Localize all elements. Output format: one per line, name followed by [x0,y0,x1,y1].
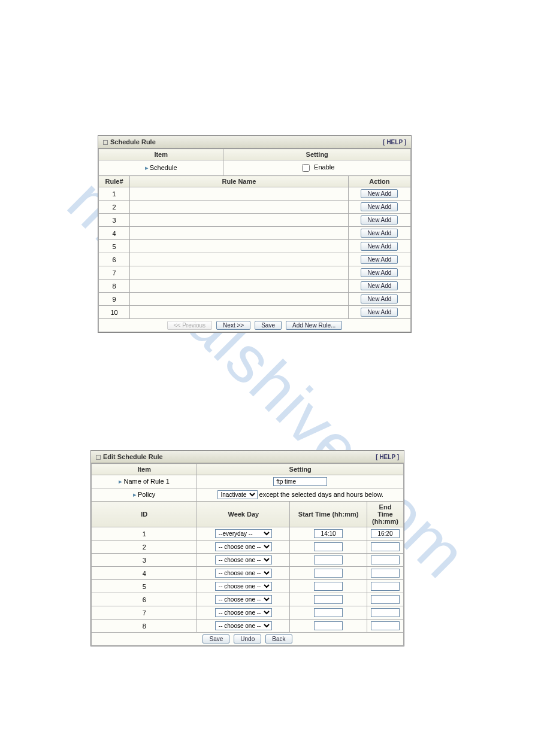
end-time-input[interactable] [371,621,400,630]
start-time-input[interactable] [314,542,343,551]
next-button[interactable]: Next >> [216,321,250,330]
schedule-enable-row: ▸Schedule Enable [99,160,411,176]
end-time-input[interactable] [371,555,400,564]
start-cell [290,580,367,593]
rule-num: 5 [99,240,130,253]
start-cell [290,606,367,620]
arrow-icon: ▸ [145,164,149,171]
rule-name-cell [130,266,349,280]
back-button[interactable]: Back [265,634,292,643]
id-cell: 8 [92,620,197,633]
id-cell: 6 [92,593,197,606]
policy-select[interactable]: InactivateActivate [217,490,258,499]
start-cell [290,541,367,554]
new-add-button[interactable]: New Add [361,255,398,264]
table-row: 8-- choose one ----everyday --SundayMond… [92,620,404,633]
rule-num: 9 [99,293,130,306]
start-time-input[interactable] [314,608,343,617]
save-button[interactable]: Save [255,321,282,330]
table-row: 4New Add [99,227,411,240]
action-cell: New Add [348,240,410,253]
enable-cell: Enable [223,160,411,176]
table-row: 1-- choose one ----everyday --SundayMond… [92,527,404,541]
weekday-select[interactable]: -- choose one ----everyday --SundayMonda… [215,595,272,604]
new-add-button[interactable]: New Add [361,242,398,251]
table-row: 6New Add [99,253,411,266]
new-add-button[interactable]: New Add [361,215,398,224]
help-link[interactable]: [ HELP ] [376,454,399,460]
new-add-button[interactable]: New Add [361,202,398,211]
weekday-select[interactable]: -- choose one ----everyday --SundayMonda… [215,621,272,630]
end-time-input[interactable] [371,595,400,604]
start-time-input[interactable] [314,555,343,564]
id-cell: 7 [92,606,197,620]
weekday-select[interactable]: -- choose one ----everyday --SundayMonda… [215,608,272,617]
id-cell: 2 [92,541,197,554]
rule-name-input[interactable] [273,477,327,486]
end-cell [367,606,403,620]
rule-name-cell [130,227,349,240]
rule-num: 7 [99,266,130,280]
new-add-button[interactable]: New Add [361,281,398,290]
table-row: 2-- choose one ----everyday --SundayMond… [92,541,404,554]
end-time-input[interactable] [371,542,400,551]
new-add-button[interactable]: New Add [361,189,398,198]
schedule-table: Item Setting ▸Schedule Enable Rule# Rule… [98,148,411,332]
col-weekday: Week Day [197,502,290,527]
col-end: End Time (hh:mm) [367,502,403,527]
end-time-input[interactable] [371,582,400,591]
enable-checkbox[interactable] [302,164,310,172]
start-time-input[interactable] [314,529,343,538]
rule-name-cell [130,293,349,306]
col-item: Item [92,464,197,475]
id-cell: 1 [92,527,197,541]
start-time-input[interactable] [314,595,343,604]
rule-name-cell [130,201,349,214]
help-link[interactable]: [ HELP ] [383,139,406,145]
new-add-button[interactable]: New Add [361,268,398,277]
panel-title: Schedule Rule [103,138,156,145]
footer-row: Save Undo Back [92,633,404,646]
table-row: 7-- choose one ----everyday --SundayMond… [92,606,404,620]
rule-name-cell [130,187,349,201]
rule-num: 8 [99,280,130,293]
end-cell [367,593,403,606]
save-button[interactable]: Save [202,634,229,643]
start-time-input[interactable] [314,582,343,591]
weekday-select[interactable]: -- choose one ----everyday --SundayMonda… [215,569,272,578]
action-cell: New Add [348,214,410,227]
rule-name-cell [130,253,349,266]
weekday-cell: -- choose one ----everyday --SundayMonda… [197,541,290,554]
rule-num: 1 [99,187,130,201]
footer-row: << Previous Next >> Save Add New Rule... [99,319,411,332]
weekday-select[interactable]: -- choose one ----everyday --SundayMonda… [215,555,272,564]
end-time-input[interactable] [371,529,400,538]
weekday-select[interactable]: -- choose one ----everyday --SundayMonda… [215,542,272,551]
rule-num: 2 [99,201,130,214]
start-time-input[interactable] [314,621,343,630]
rule-name-cell [130,280,349,293]
end-time-input[interactable] [371,608,400,617]
policy-cell: InactivateActivate except the selected d… [197,488,404,502]
weekday-cell: -- choose one ----everyday --SundayMonda… [197,606,290,620]
rule-num: 6 [99,253,130,266]
action-cell: New Add [348,280,410,293]
start-time-input[interactable] [314,569,343,578]
weekday-select[interactable]: -- choose one ----everyday --SundayMonda… [215,582,272,591]
weekday-select[interactable]: -- choose one ----everyday --SundayMonda… [215,529,272,538]
undo-button[interactable]: Undo [234,634,261,643]
policy-row: ▸Policy InactivateActivate except the se… [92,488,404,502]
weekday-cell: -- choose one ----everyday --SundayMonda… [197,580,290,593]
new-add-button[interactable]: New Add [361,294,398,303]
end-time-input[interactable] [371,569,400,578]
new-add-button[interactable]: New Add [361,229,398,238]
table-row: 5New Add [99,240,411,253]
new-add-button[interactable]: New Add [361,308,398,317]
table-row: 10New Add [99,306,411,319]
add-new-rule-button[interactable]: Add New Rule... [286,321,342,330]
weekday-cell: -- choose one ----everyday --SundayMonda… [197,527,290,541]
id-cell: 5 [92,580,197,593]
weekday-cell: -- choose one ----everyday --SundayMonda… [197,567,290,580]
col-id: ID [92,502,197,527]
rule-name-cell [130,240,349,253]
